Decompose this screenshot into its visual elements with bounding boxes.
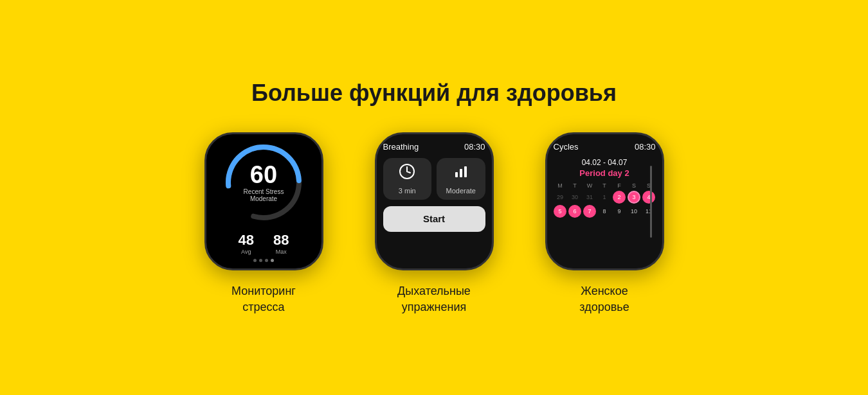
dot-2 — [259, 259, 262, 262]
stress-value: 60 — [244, 162, 284, 187]
watch-item-stress: 60 Recent Stress Moderate 48 Avg 88 Max — [204, 132, 323, 315]
watch-shell-stress: 60 Recent Stress Moderate 48 Avg 88 Max — [204, 132, 323, 270]
cal-9: 9 — [613, 205, 626, 218]
watches-container: 60 Recent Stress Moderate 48 Avg 88 Max — [204, 132, 664, 315]
breathing-3min-label: 3 min — [399, 187, 416, 195]
page-title: Больше функций для здоровья — [251, 80, 617, 107]
stress-max-label: Max — [273, 249, 289, 255]
svg-rect-5 — [464, 166, 467, 177]
dot-1 — [253, 259, 257, 262]
stress-label: Мониторинг стресса — [231, 283, 296, 315]
cal-31: 31 — [583, 191, 596, 204]
cycles-period-day: Period day 2 — [554, 168, 656, 178]
clock-icon — [399, 163, 415, 184]
cal-6: 6 — [568, 205, 581, 218]
cycles-header: Cycles 08:30 — [554, 142, 656, 152]
breathing-moderate-label: Moderate — [446, 187, 476, 195]
cal-1: 1 — [598, 191, 611, 204]
breathing-title: Breathing — [383, 142, 419, 152]
breathing-time: 08:30 — [464, 142, 485, 152]
cal-8: 8 — [598, 205, 611, 218]
breathing-btn-moderate[interactable]: Moderate — [437, 158, 485, 200]
stress-stats: 48 Avg 88 Max — [239, 232, 289, 255]
stress-arc: 60 Recent Stress Moderate — [222, 141, 305, 224]
breathing-buttons-row: 3 min Moderate — [383, 158, 485, 200]
breathing-header: Breathing 08:30 — [383, 142, 485, 152]
breathing-screen: Breathing 08:30 3 min — [377, 134, 492, 268]
cal-header-s1: S — [628, 182, 641, 189]
stress-avg-value: 48 — [239, 232, 254, 249]
cal-header-f: F — [613, 182, 626, 189]
page-dots — [253, 259, 274, 262]
cycles-scrollbar — [650, 166, 652, 238]
stress-avg-label: Avg — [239, 249, 254, 255]
watch-item-cycles: Cycles 08:30 04.02 - 04.07 Period day 2 … — [545, 132, 664, 315]
cal-29: 29 — [554, 191, 566, 204]
breathing-start-button[interactable]: Start — [383, 206, 485, 232]
svg-rect-3 — [455, 172, 458, 177]
cycles-inner: Cycles 08:30 04.02 - 04.07 Period day 2 … — [554, 142, 656, 262]
breathing-btn-3min[interactable]: 3 min — [383, 158, 432, 200]
stress-center: 60 Recent Stress Moderate — [244, 162, 284, 202]
cal-3-selected: 3 — [628, 191, 640, 204]
cal-header-t2: T — [598, 182, 611, 189]
cal-2: 2 — [613, 191, 626, 204]
stress-max-value: 88 — [273, 232, 289, 249]
svg-rect-4 — [460, 169, 462, 177]
cal-10: 10 — [628, 205, 640, 218]
cal-30: 30 — [568, 191, 581, 204]
calendar-grid: M T W T F S S 29 30 31 1 2 3 4 — [554, 182, 656, 218]
stress-max: 88 Max — [273, 232, 289, 255]
watch-shell-cycles: Cycles 08:30 04.02 - 04.07 Period day 2 … — [545, 132, 664, 270]
cal-5: 5 — [554, 205, 566, 218]
breathing-label: Дыхательные упражнения — [397, 283, 471, 315]
cal-header-w: W — [583, 182, 597, 189]
dot-4-active — [271, 259, 274, 262]
cal-header-s2: S — [642, 182, 656, 189]
start-label: Start — [423, 213, 445, 224]
stress-screen: 60 Recent Stress Moderate 48 Avg 88 Max — [206, 134, 321, 268]
cycles-screen: Cycles 08:30 04.02 - 04.07 Period day 2 … — [547, 134, 662, 268]
dot-3 — [265, 259, 268, 262]
cal-header-t1: T — [568, 182, 582, 189]
cal-11: 11 — [642, 205, 655, 218]
watch-shell-breathing: Breathing 08:30 3 min — [375, 132, 494, 270]
bar-chart-icon — [453, 163, 469, 184]
cycles-title: Cycles — [554, 142, 579, 152]
stress-recent-label: Recent Stress — [244, 188, 284, 195]
stress-avg: 48 Avg — [239, 232, 254, 255]
cycles-label: Женское здоровье — [579, 283, 629, 315]
cycles-date-range: 04.02 - 04.07 — [554, 158, 656, 167]
watch-item-breathing: Breathing 08:30 3 min — [375, 132, 494, 315]
cycles-time: 08:30 — [635, 142, 656, 152]
cal-7: 7 — [583, 205, 596, 218]
cal-4: 4 — [642, 191, 655, 204]
cal-header-m: M — [554, 182, 567, 189]
stress-level-label: Moderate — [244, 195, 284, 202]
